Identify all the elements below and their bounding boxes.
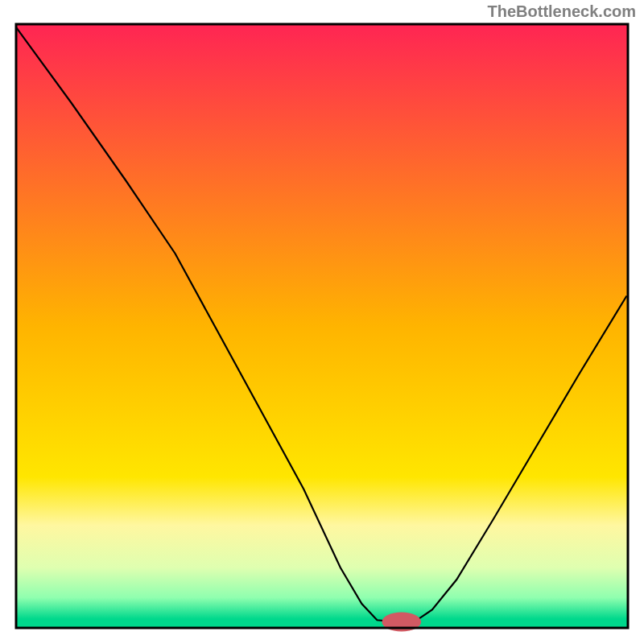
chart-container: TheBottleneck.com <box>0 0 644 644</box>
gradient-background <box>16 24 628 628</box>
watermark-text: TheBottleneck.com <box>488 2 636 21</box>
bottleneck-chart <box>0 0 644 644</box>
